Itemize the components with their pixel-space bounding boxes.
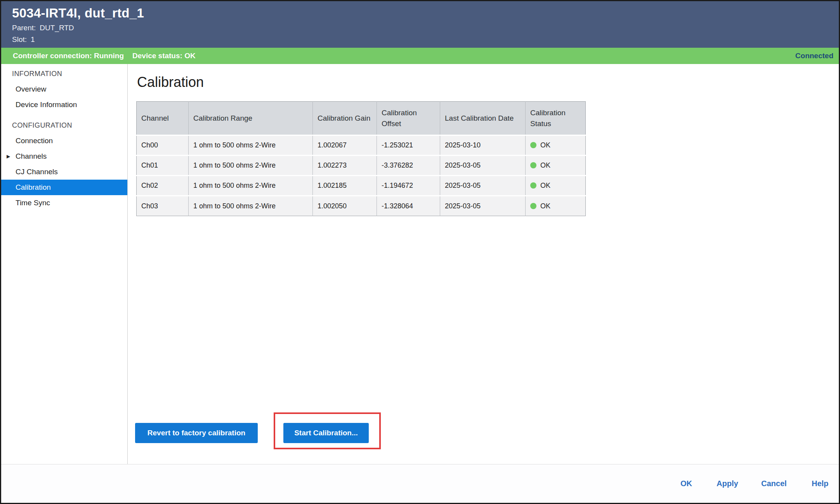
col-header-last-calibration-date: Last Calibration Date xyxy=(440,102,526,135)
table-row: Ch02 1 ohm to 500 ohms 2-Wire 1.002185 -… xyxy=(137,176,586,196)
col-header-calibration-gain: Calibration Gain xyxy=(313,102,377,135)
cell-date: 2025-03-05 xyxy=(440,176,526,196)
table-row: Ch01 1 ohm to 500 ohms 2-Wire 1.002273 -… xyxy=(137,156,586,176)
cell-gain: 1.002050 xyxy=(313,196,377,216)
cell-date: 2025-03-05 xyxy=(440,156,526,176)
sidebar-nav: INFORMATION Overview Device Information … xyxy=(1,64,128,464)
table-row: Ch00 1 ohm to 500 ohms 2-Wire 1.002067 -… xyxy=(137,135,586,156)
sidebar-section-configuration: CONFIGURATION xyxy=(1,118,127,133)
parent-row: Parent:DUT_RTD xyxy=(12,24,839,32)
cell-range: 1 ohm to 500 ohms 2-Wire xyxy=(189,176,313,196)
sidebar-item-overview[interactable]: Overview xyxy=(1,81,127,97)
device-title: 5034-IRT4I, dut_rtd_1 xyxy=(12,6,839,21)
cell-status: OK xyxy=(526,196,586,216)
sidebar-item-time-sync[interactable]: Time Sync xyxy=(1,195,127,211)
status-ok-dot-icon xyxy=(530,203,536,209)
col-header-calibration-range: Calibration Range xyxy=(189,102,313,135)
slot-value: 1 xyxy=(31,35,35,43)
cell-date: 2025-03-10 xyxy=(440,135,526,156)
cell-channel: Ch02 xyxy=(137,176,189,196)
cell-range: 1 ohm to 500 ohms 2-Wire xyxy=(189,135,313,156)
cell-date: 2025-03-05 xyxy=(440,196,526,216)
sidebar-section-information: INFORMATION xyxy=(1,66,127,81)
cell-offset: -1.194672 xyxy=(377,176,440,196)
parent-value: DUT_RTD xyxy=(40,24,74,32)
expand-arrow-icon[interactable]: ▶ xyxy=(7,149,10,164)
calibration-table: Channel Calibration Range Calibration Ga… xyxy=(136,101,586,216)
slot-row: Slot:1 xyxy=(12,35,839,44)
cell-channel: Ch00 xyxy=(137,135,189,156)
cell-offset: -1.253021 xyxy=(377,135,440,156)
cell-channel: Ch03 xyxy=(137,196,189,216)
sidebar-item-cj-channels[interactable]: CJ Channels xyxy=(1,164,127,180)
title-bar: 5034-IRT4I, dut_rtd_1 Parent:DUT_RTD Slo… xyxy=(1,1,839,48)
device-config-window: 5034-IRT4I, dut_rtd_1 Parent:DUT_RTD Slo… xyxy=(0,0,840,504)
cell-range: 1 ohm to 500 ohms 2-Wire xyxy=(189,196,313,216)
col-header-calibration-offset: Calibration Offset xyxy=(377,102,440,135)
table-header-row: Channel Calibration Range Calibration Ga… xyxy=(137,102,586,135)
cell-offset: -1.328064 xyxy=(377,196,440,216)
sidebar-item-device-information[interactable]: Device Information xyxy=(1,97,127,113)
ok-button[interactable]: OK xyxy=(680,479,692,488)
sidebar-item-channels[interactable]: ▶Channels xyxy=(1,149,127,164)
cell-gain: 1.002273 xyxy=(313,156,377,176)
status-ok-dot-icon xyxy=(530,142,536,148)
slot-label: Slot: xyxy=(12,35,27,43)
page-title: Calibration xyxy=(137,74,204,90)
cell-status: OK xyxy=(526,176,586,196)
col-header-calibration-status: Calibration Status xyxy=(526,102,586,135)
parent-label: Parent: xyxy=(12,24,36,32)
cell-gain: 1.002185 xyxy=(313,176,377,196)
connected-badge: Connected xyxy=(795,52,833,60)
device-status: Device status: OK xyxy=(132,52,196,60)
cell-offset: -3.376282 xyxy=(377,156,440,176)
status-label: OK xyxy=(540,161,550,169)
table-row: Ch03 1 ohm to 500 ohms 2-Wire 1.002050 -… xyxy=(137,196,586,216)
status-label: OK xyxy=(540,202,550,210)
status-label: OK xyxy=(540,182,550,189)
apply-button[interactable]: Apply xyxy=(717,479,738,488)
sidebar-item-connection[interactable]: Connection xyxy=(1,133,127,149)
status-ok-dot-icon xyxy=(530,182,536,189)
status-ok-dot-icon xyxy=(530,162,536,168)
footer-bar: OK Apply Cancel Help xyxy=(1,464,839,503)
status-bar: Controller connection: Running Device st… xyxy=(1,48,839,64)
cell-status: OK xyxy=(526,156,586,176)
sidebar-item-calibration[interactable]: Calibration xyxy=(1,180,127,195)
sidebar-spacer xyxy=(1,113,127,118)
cell-channel: Ch01 xyxy=(137,156,189,176)
sidebar-item-channels-label: Channels xyxy=(16,152,47,160)
status-label: OK xyxy=(540,141,550,149)
controller-connection-status: Controller connection: Running xyxy=(13,52,124,60)
help-button[interactable]: Help xyxy=(812,479,828,488)
cell-range: 1 ohm to 500 ohms 2-Wire xyxy=(189,156,313,176)
start-calibration-button[interactable]: Start Calibration... xyxy=(283,423,369,443)
col-header-channel: Channel xyxy=(137,102,189,135)
cancel-button[interactable]: Cancel xyxy=(761,479,787,488)
revert-to-factory-calibration-button[interactable]: Revert to factory calibration xyxy=(135,423,258,443)
cell-gain: 1.002067 xyxy=(313,135,377,156)
cell-status: OK xyxy=(526,135,586,156)
